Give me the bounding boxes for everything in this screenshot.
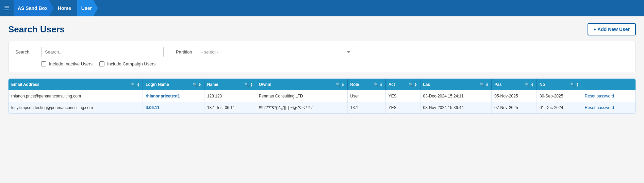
col-login: Login Name 🔍 ▲▼ [143,79,204,90]
no-sort-icon[interactable]: ▲▼ [576,82,579,87]
role-sort-icon[interactable]: ▲▼ [380,82,383,87]
table-cell: YES [385,90,420,102]
last-login-sort-icon[interactable]: ▲▼ [485,82,489,87]
table-cell: 07-Nov-2025 [492,102,537,113]
inactive-users-checkbox[interactable] [41,61,46,66]
col-email: Email Address 🔍 ▲▼ [9,79,143,90]
table-row: rhianon.price@penmanconsulting.comrhiano… [9,90,635,102]
table-cell: lucy.timpson.testing@penmanconsulting.co… [9,102,143,113]
col-owner: Ownin 🔍 ▲▼ [256,79,347,90]
reset-password-link[interactable]: Reset password [585,105,614,110]
table-cell: 13.1 Test 06.11 [204,102,256,113]
table-cell: User [347,90,385,102]
campaign-users-checkbox[interactable] [99,61,104,66]
inactive-users-label: Include Inactive Users [49,61,93,66]
active-sort-icon[interactable]: ▲▼ [414,82,417,87]
col-no: No 🔍 ▲▼ [536,79,582,90]
table-cell: rhianon.price@penmanconsulting.com [9,90,143,102]
page-header: Search Users + Add New User [8,23,636,35]
last-login-search-icon[interactable]: 🔍 [480,82,484,87]
email-search-icon[interactable]: 🔍 [131,82,136,87]
table-cell: YES [385,102,420,113]
table-cell: !!!!???"&*()/.,;'[]{}-~@:?>< \:*-/ [256,102,347,113]
top-navigation: ☰ AS Sand Box Home User [0,0,644,16]
email-sort-icon[interactable]: ▲▼ [137,82,140,87]
col-last-login: Las 🔍 ▲▼ [420,79,492,90]
search-row: Search Partition - select - [15,47,629,57]
table-cell: 03-Dec-2024 15:24:11 [420,90,492,102]
login-sort-icon[interactable]: ▲▼ [198,82,201,87]
page-title: Search Users [8,24,65,35]
search-label: Search [15,49,36,55]
login-link[interactable]: lt.06.11 [146,105,160,110]
nav-home[interactable]: Home [54,0,77,16]
pass-sort-icon[interactable]: ▲▼ [531,82,534,87]
table-cell[interactable]: rhianonpricetest1 [143,90,204,102]
campaign-users-label: Include Campaign Users [107,61,155,66]
partition-select[interactable]: - select - [198,47,354,57]
partition-label: Partition [176,49,192,55]
active-search-icon[interactable]: 🔍 [409,82,413,87]
name-search-icon[interactable]: 🔍 [244,82,249,87]
col-active: Act 🔍 ▲▼ [385,79,420,90]
no-search-icon[interactable]: 🔍 [570,82,575,87]
login-search-icon[interactable]: 🔍 [193,82,197,87]
table-cell: 30-Sep-2025 [536,90,582,102]
table-cell: Penman Consulting LTD [256,90,347,102]
owner-search-icon[interactable]: 🔍 [336,82,341,87]
table-body: rhianon.price@penmanconsulting.comrhiano… [9,90,635,113]
table-cell: 123 123 [204,90,256,102]
table-row: lucy.timpson.testing@penmanconsulting.co… [9,102,635,113]
reset-password-cell[interactable]: Reset password [582,102,635,113]
users-table-container: Email Address 🔍 ▲▼ Login Name 🔍 [8,78,636,114]
col-pass-expiry: Pas 🔍 ▲▼ [492,79,537,90]
reset-password-link[interactable]: Reset password [585,94,614,98]
search-panel: Search Partition - select - Include Inac… [8,41,636,72]
login-link[interactable]: rhianonpricetest1 [146,94,180,98]
role-search-icon[interactable]: 🔍 [374,82,379,87]
reset-password-cell[interactable]: Reset password [582,90,635,102]
col-role: Role 🔍 ▲▼ [347,79,385,90]
table-cell[interactable]: lt.06.11 [143,102,204,113]
nav-brand[interactable]: AS Sand Box [14,0,54,16]
owner-sort-icon[interactable]: ▲▼ [342,82,345,87]
table-cell: 01-Dec-2024 [536,102,582,113]
add-new-user-button[interactable]: + Add New User [588,23,636,35]
pass-search-icon[interactable]: 🔍 [525,82,530,87]
col-name: Name 🔍 ▲▼ [204,79,256,90]
search-input[interactable] [41,47,164,57]
users-table: Email Address 🔍 ▲▼ Login Name 🔍 [9,79,635,113]
page-content: Search Users + Add New User Search Parti… [0,16,644,183]
name-sort-icon[interactable]: ▲▼ [250,82,253,87]
col-action [582,79,635,90]
menu-icon[interactable]: ☰ [4,4,10,12]
table-cell: 08-Nov-2024 15:36:44 [420,102,492,113]
table-cell: 05-Nov-2025 [492,90,537,102]
inactive-users-checkbox-label[interactable]: Include Inactive Users [41,61,93,66]
table-cell: 13.1 [347,102,385,113]
campaign-users-checkbox-label[interactable]: Include Campaign Users [99,61,155,66]
table-header-row: Email Address 🔍 ▲▼ Login Name 🔍 [9,79,635,90]
nav-user[interactable]: User [77,0,98,16]
checkbox-row: Include Inactive Users Include Campaign … [15,61,629,66]
